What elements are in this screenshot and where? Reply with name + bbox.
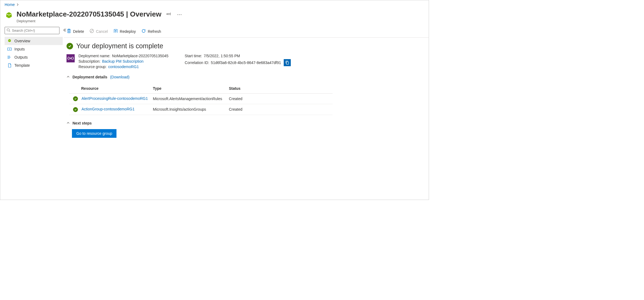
collapse-details-button[interactable] (67, 75, 70, 79)
trash-icon (67, 28, 71, 34)
template-icon (7, 63, 12, 68)
redeploy-button[interactable]: Redeploy (113, 28, 136, 35)
delete-button[interactable]: Delete (67, 28, 84, 35)
sidebar: Overview Inputs Outputs Template (0, 27, 64, 200)
deployment-icon (5, 12, 13, 20)
deployment-name-value: NoMarketplace-20220705135045 (112, 54, 169, 58)
copy-correlation-button[interactable] (284, 59, 291, 66)
outputs-icon (7, 55, 12, 59)
svg-line-16 (91, 30, 93, 32)
search-icon (7, 28, 10, 33)
sidebar-item-inputs[interactable]: Inputs (5, 45, 63, 53)
collapse-nextsteps-button[interactable] (67, 121, 70, 125)
nextsteps-section-title: Next steps (72, 121, 92, 125)
breadcrumb-home-link[interactable]: Home (5, 2, 15, 7)
sidebar-item-label: Inputs (14, 47, 25, 51)
subscription-label: Subscription: (78, 59, 100, 63)
template-meta-icon (67, 54, 75, 62)
resource-group-label: Resource group: (78, 65, 107, 69)
sidebar-item-overview[interactable]: Overview (5, 37, 63, 45)
sidebar-item-label: Overview (14, 39, 30, 43)
status-message: Your deployment is complete (76, 42, 163, 50)
refresh-button[interactable]: Refresh (141, 28, 161, 35)
correlation-id-label: Correlation ID: (185, 60, 209, 65)
resource-group-link[interactable]: contosodemoRG1 (108, 65, 139, 69)
resource-link[interactable]: ActionGroup-contosodemoRG1 (81, 107, 134, 111)
cancel-icon (89, 28, 94, 34)
svg-line-7 (9, 31, 10, 32)
resource-status: Created (227, 94, 333, 104)
search-input[interactable] (12, 28, 58, 33)
svg-point-4 (179, 14, 180, 15)
more-button[interactable] (176, 11, 183, 17)
resource-status: Created (227, 104, 333, 115)
toolbar: Delete Cancel Redeploy Refresh (64, 27, 429, 38)
col-type: Type (151, 84, 227, 94)
redeploy-icon (113, 28, 118, 34)
svg-rect-17 (286, 62, 289, 64)
page-header: NoMarketplace-20220705135045 | Overview … (0, 8, 429, 27)
svg-point-6 (7, 29, 10, 31)
success-icon (73, 96, 78, 101)
deployment-name-label: Deployment name: (78, 54, 111, 58)
success-icon (73, 107, 78, 112)
correlation-id-value: 51d6f3a6-82c8-4bc5-8647-8e683a47df91 (211, 60, 281, 65)
svg-point-13 (8, 57, 8, 58)
resource-type: Microsoft.Insights/actionGroups (151, 104, 227, 115)
go-to-resource-group-button[interactable]: Go to resource group (72, 129, 116, 138)
col-status: Status (227, 84, 333, 94)
chevron-right-icon (16, 2, 19, 7)
details-section-title: Deployment details (72, 75, 107, 79)
start-time-label: Start time: (185, 54, 202, 58)
svg-point-3 (178, 14, 178, 15)
table-row: AlertProcessingRule-contosodemoRG1 Micro… (69, 94, 333, 104)
svg-point-5 (181, 14, 182, 15)
resources-table: Resource Type Status AlertProcessingRule… (69, 84, 333, 115)
start-time-value: 7/5/2022, 1:50:55 PM (204, 54, 240, 58)
sidebar-item-outputs[interactable]: Outputs (5, 53, 63, 61)
page-subtitle: Deployment (17, 19, 183, 23)
resource-link[interactable]: AlertProcessingRule-contosodemoRG1 (81, 96, 148, 101)
download-link[interactable]: (Download) (110, 75, 130, 79)
table-row: ActionGroup-contosodemoRG1 Microsoft.Ins… (69, 104, 333, 115)
success-icon (67, 43, 73, 49)
svg-point-12 (8, 56, 8, 56)
refresh-icon (141, 28, 146, 34)
sidebar-item-label: Template (14, 63, 30, 68)
page-title: NoMarketplace-20220705135045 | Overview (17, 10, 161, 18)
pin-button[interactable] (165, 10, 172, 18)
overview-icon (7, 39, 12, 43)
breadcrumb: Home (0, 0, 429, 8)
sidebar-item-label: Outputs (14, 55, 28, 59)
resource-type: Microsoft.AlertsManagement/actionRules (151, 94, 227, 104)
cancel-button: Cancel (89, 28, 108, 35)
inputs-icon (7, 47, 12, 51)
col-resource: Resource (69, 84, 151, 94)
sidebar-item-template[interactable]: Template (5, 61, 63, 69)
svg-point-14 (8, 58, 8, 59)
subscription-link[interactable]: Backup PM Subscription (102, 59, 144, 63)
search-input-wrapper[interactable] (5, 27, 59, 34)
